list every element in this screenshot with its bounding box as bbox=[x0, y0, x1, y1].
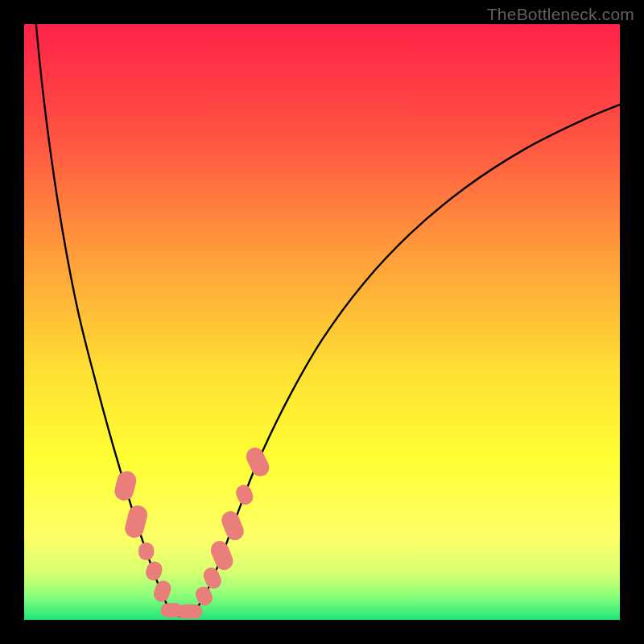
curve-layer bbox=[24, 24, 620, 620]
plot-area bbox=[24, 24, 620, 620]
data-marker bbox=[208, 539, 235, 573]
data-marker bbox=[233, 482, 255, 507]
data-marker bbox=[177, 605, 202, 619]
watermark-text: TheBottleneck.com bbox=[487, 5, 634, 24]
data-marker bbox=[151, 579, 173, 604]
data-marker bbox=[113, 469, 138, 503]
data-marker bbox=[138, 543, 154, 560]
bottleneck-curve bbox=[36, 24, 620, 617]
data-marker bbox=[144, 559, 165, 582]
chart-frame: TheBottleneck.com bbox=[0, 0, 644, 644]
data-markers bbox=[113, 444, 272, 618]
data-marker bbox=[123, 503, 150, 539]
data-marker bbox=[243, 444, 272, 479]
data-marker bbox=[219, 509, 246, 543]
